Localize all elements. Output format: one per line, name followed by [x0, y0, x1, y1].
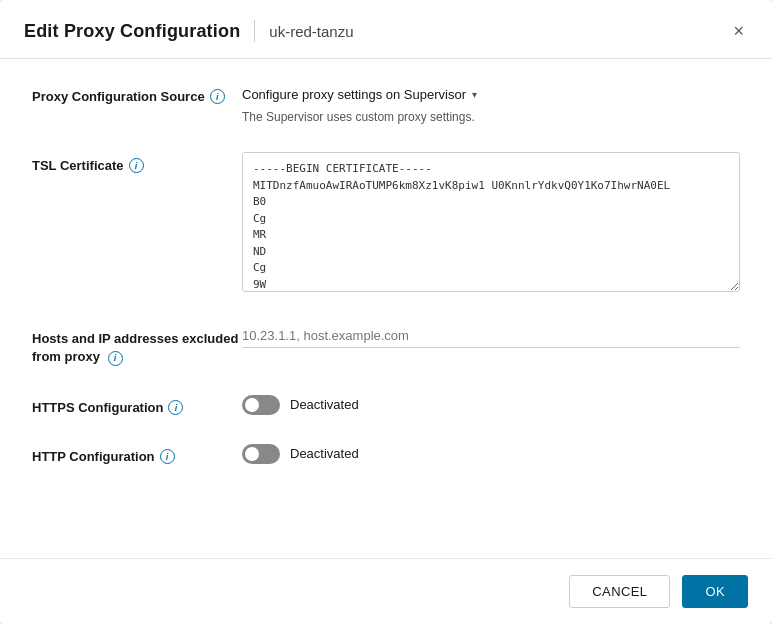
hosts-control — [242, 324, 740, 348]
https-label: HTTPS Configuration i — [32, 400, 242, 415]
https-toggle-row: Deactivated — [242, 395, 740, 415]
hosts-info-icon[interactable]: i — [108, 351, 123, 366]
https-label-col: HTTPS Configuration i — [32, 394, 242, 415]
edit-proxy-modal: Edit Proxy Configuration uk-red-tanzu × … — [0, 0, 772, 624]
http-toggle-label: Deactivated — [290, 446, 359, 461]
tsl-certificate-row: TSL Certificate i -----BEGIN CERTIFICATE… — [32, 152, 740, 296]
https-toggle-label: Deactivated — [290, 397, 359, 412]
tsl-info-icon[interactable]: i — [129, 158, 144, 173]
proxy-source-dropdown[interactable]: Configure proxy settings on Supervisor ▾ — [242, 83, 477, 106]
chevron-down-icon: ▾ — [472, 89, 477, 100]
proxy-source-label: Proxy Configuration Source i — [32, 89, 242, 104]
proxy-source-description: The Supervisor uses custom proxy setting… — [242, 110, 740, 124]
modal-body: Proxy Configuration Source i Configure p… — [0, 59, 772, 558]
hosts-label: Hosts and IP addresses excluded from pro… — [32, 330, 242, 366]
https-toggle-slider — [242, 395, 280, 415]
tsl-label: TSL Certificate i — [32, 158, 242, 173]
hosts-label-col: Hosts and IP addresses excluded from pro… — [32, 324, 242, 366]
certificate-textarea[interactable]: -----BEGIN CERTIFICATE----- MITDnzfAmuoA… — [242, 152, 740, 292]
https-config-row: HTTPS Configuration i Deactivated — [32, 394, 740, 415]
proxy-source-control: Configure proxy settings on Supervisor ▾… — [242, 83, 740, 124]
http-info-icon[interactable]: i — [160, 449, 175, 464]
http-config-row: HTTP Configuration i Deactivated — [32, 443, 740, 464]
http-control: Deactivated — [242, 444, 740, 464]
https-toggle[interactable] — [242, 395, 280, 415]
http-toggle[interactable] — [242, 444, 280, 464]
http-toggle-row: Deactivated — [242, 444, 740, 464]
https-info-icon[interactable]: i — [168, 400, 183, 415]
ok-button[interactable]: OK — [682, 575, 748, 608]
tsl-label-col: TSL Certificate i — [32, 152, 242, 173]
http-label: HTTP Configuration i — [32, 449, 242, 464]
modal-subtitle: uk-red-tanzu — [269, 23, 353, 40]
hosts-row: Hosts and IP addresses excluded from pro… — [32, 324, 740, 366]
http-label-col: HTTP Configuration i — [32, 443, 242, 464]
proxy-source-row: Proxy Configuration Source i Configure p… — [32, 83, 740, 124]
close-button[interactable]: × — [729, 20, 748, 42]
http-toggle-slider — [242, 444, 280, 464]
tsl-control: -----BEGIN CERTIFICATE----- MITDnzfAmuoA… — [242, 152, 740, 296]
modal-footer: CANCEL OK — [0, 558, 772, 624]
modal-title: Edit Proxy Configuration — [24, 21, 240, 42]
hosts-input[interactable] — [242, 324, 740, 348]
proxy-source-info-icon[interactable]: i — [210, 89, 225, 104]
cancel-button[interactable]: CANCEL — [569, 575, 670, 608]
header-divider — [254, 20, 255, 42]
modal-header: Edit Proxy Configuration uk-red-tanzu × — [0, 0, 772, 59]
https-control: Deactivated — [242, 395, 740, 415]
proxy-source-label-col: Proxy Configuration Source i — [32, 83, 242, 104]
